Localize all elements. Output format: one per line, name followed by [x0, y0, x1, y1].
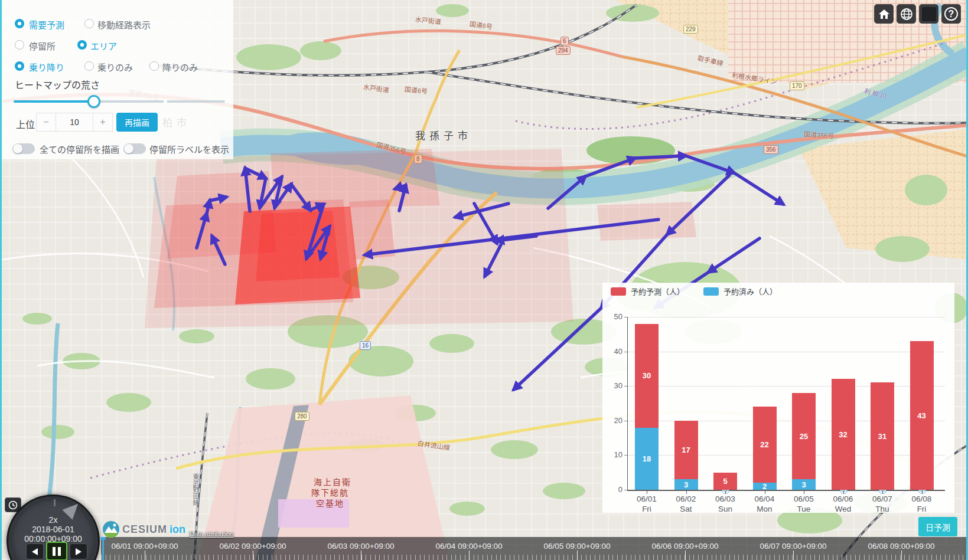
base-layer-picker-button[interactable] — [919, 4, 938, 24]
timeline-day-tick — [469, 551, 470, 560]
y-axis-line — [627, 317, 628, 490]
radio-demand-forecast[interactable] — [15, 19, 24, 28]
bar-segment-forecast: 32 — [832, 379, 855, 490]
radio-board-only-label[interactable]: 乗りのみ — [97, 61, 133, 73]
app-window: 我孫子市柏市国道356号国道356号国道356号水戸街道国道6号水戸街道国道6号… — [0, 0, 968, 560]
bar-segment-reserved: 3 — [792, 479, 816, 490]
bar-segment-forecast: 5 — [713, 473, 737, 490]
top-n-decrement-button[interactable]: − — [36, 113, 56, 132]
timeline-day-tick — [577, 551, 578, 560]
forward-icon — [74, 548, 83, 556]
timeline-date-label: 06/08 09:00+09:00 — [854, 542, 949, 551]
play-forward-button[interactable] — [70, 543, 87, 559]
x-axis-category-label: 06/02Sat — [666, 494, 707, 514]
radio-area-label[interactable]: エリア — [90, 40, 117, 52]
x-axis-line — [627, 490, 945, 491]
timeline-date-label: 06/01 09:00+09:00 — [97, 542, 192, 551]
x-axis-category-label: 06/04Mon — [744, 494, 786, 514]
timeline-date-label: 06/05 09:00+09:00 — [530, 542, 624, 551]
show-stop-labels-toggle[interactable] — [123, 143, 146, 154]
top-n-value[interactable]: 10 — [56, 113, 93, 132]
daily-forecast-button[interactable]: 日予測 — [918, 517, 957, 536]
radio-stops[interactable] — [15, 40, 24, 50]
bar-segment-forecast: 25 — [792, 393, 816, 480]
y-axis-tick-label: 40 — [605, 347, 622, 356]
timeline-date-label: 06/07 09:00+09:00 — [746, 542, 840, 551]
radio-stops-label[interactable]: 停留所 — [29, 40, 56, 52]
scene-mode-button[interactable] — [897, 4, 916, 24]
radio-board-alight[interactable] — [15, 61, 24, 71]
pause-button[interactable] — [46, 542, 67, 560]
timeline-day-tick — [901, 551, 902, 560]
bar-segment-forecast: 22 — [753, 407, 777, 483]
timeline-needle[interactable] — [102, 537, 104, 560]
timeline-day-tick — [685, 551, 686, 560]
timeline-date-label: 06/03 09:00+09:00 — [314, 542, 408, 551]
help-button[interactable]: ? — [941, 4, 961, 24]
animation-date: 2018-06-01 — [8, 525, 98, 534]
x-axis-category-label: 06/01Fri — [626, 494, 667, 514]
timeline-day-tick — [145, 551, 145, 560]
y-axis-tick-label: 30 — [605, 381, 622, 390]
slider-midpoint-marker — [164, 100, 167, 103]
home-icon — [878, 8, 890, 20]
draw-all-stops-label: 全ての停留所を描画 — [40, 143, 119, 155]
radio-alight-only-label[interactable]: 降りのみ — [162, 61, 198, 73]
y-axis-tick-label: 10 — [605, 450, 622, 459]
step-backward-button[interactable] — [26, 543, 44, 559]
x-axis-category-label: 06/08Fri — [901, 494, 943, 514]
timeline-date-label: 06/06 09:00+09:00 — [638, 542, 732, 551]
timeline-day-tick — [361, 551, 361, 560]
help-icon: ? — [944, 7, 958, 21]
stacked-bar-chart: 01020304050183006/01Fri31706/02Sat0506/0… — [602, 283, 954, 513]
y-axis-tick-label: 20 — [605, 416, 622, 425]
radio-route-display-label[interactable]: 移動経路表示 — [97, 18, 151, 31]
heatmap-coarseness-slider[interactable] — [14, 94, 226, 109]
timeline-minor-ticks — [101, 555, 968, 560]
draw-all-stops-toggle[interactable] — [12, 143, 35, 154]
timeline-date-label: 06/04 09:00+09:00 — [422, 542, 516, 551]
heatmap-coarseness-label: ヒートマップの荒さ — [15, 77, 100, 91]
top-n-label: 上位 — [16, 117, 35, 131]
pause-icon — [53, 547, 56, 556]
redraw-button[interactable]: 再描画 — [116, 113, 158, 132]
layer-control-panel: 需要予測 移動経路表示 停留所 エリア 乗り降り 乗りのみ 降りのみ ヒートマッ… — [2, 0, 233, 159]
cesium-toolbar: ? — [874, 4, 961, 24]
bar-segment-forecast: 30 — [635, 324, 659, 428]
timeline-scrubber[interactable]: 06/01 09:00+09:0006/02 09:00+09:0006/03 … — [101, 537, 968, 560]
timeline-day-tick — [793, 551, 794, 560]
slider-handle[interactable] — [87, 95, 100, 108]
home-button[interactable] — [874, 4, 894, 24]
radio-alight-only[interactable] — [149, 61, 159, 71]
x-axis-category-label: 06/05Tue — [783, 494, 824, 514]
globe-icon — [900, 8, 913, 21]
animation-speed: 2x — [8, 515, 98, 525]
clock-icon — [8, 500, 18, 510]
top-n-increment-button[interactable]: + — [93, 113, 113, 132]
timeline-day-tick — [253, 551, 253, 560]
x-axis-category-label: 06/07Thu — [862, 494, 903, 514]
radio-board-only[interactable] — [84, 61, 94, 71]
radio-area[interactable] — [77, 40, 87, 50]
shuttle-ring-tick — [54, 499, 56, 506]
y-axis-tick-label: 50 — [605, 312, 622, 321]
y-axis-tick-label: 0 — [605, 485, 622, 494]
radio-demand-forecast-label[interactable]: 需要予測 — [29, 18, 64, 31]
data-attribution-link[interactable]: Data attribution — [190, 530, 234, 538]
slider-fill — [14, 100, 94, 103]
forecast-chart-panel: 予約予測（人） 予約済み（人） 01020304050183006/01Fri3… — [602, 283, 954, 513]
bar-segment-reserved: 2 — [753, 483, 777, 490]
x-axis-category-label: 06/06Wed — [823, 494, 864, 514]
backward-icon — [31, 548, 39, 556]
radio-board-alight-label[interactable]: 乗り降り — [29, 61, 64, 73]
top-n-stepper: − 10 + — [36, 113, 113, 132]
bar-segment-forecast: 17 — [674, 421, 698, 480]
base-layer-icon — [922, 7, 936, 21]
radio-route-display[interactable] — [84, 19, 94, 28]
x-axis-category-label: 06/03Sun — [705, 494, 746, 514]
bar-segment-reserved: 3 — [674, 479, 698, 490]
bar-segment-forecast: 43 — [910, 341, 934, 490]
timeline-date-label: 06/02 09:00+09:00 — [206, 542, 300, 551]
bar-segment-reserved: 18 — [635, 428, 659, 490]
show-stop-labels-label: 停留所ラベルを表示 — [149, 143, 229, 155]
